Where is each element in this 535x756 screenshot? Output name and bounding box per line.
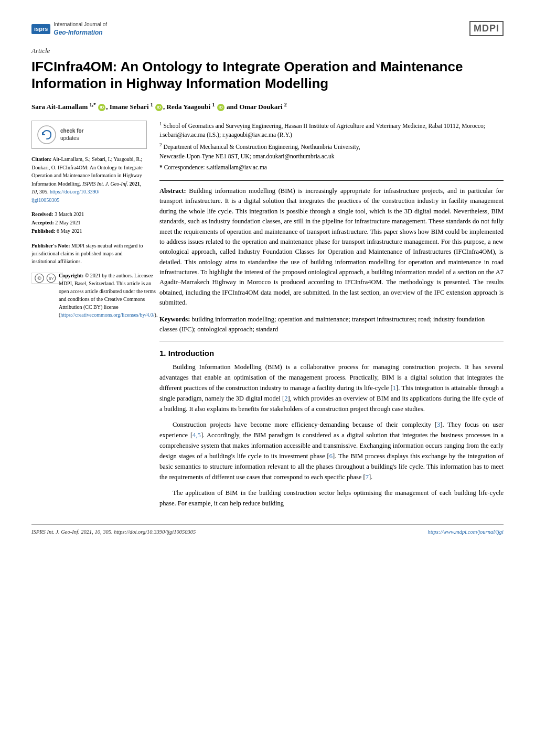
header-left: isprs International Journal of Geo-Infor… xyxy=(31,21,107,37)
received-date: 3 March 2021 xyxy=(55,211,84,217)
ref-2: 2 xyxy=(284,395,287,402)
affiliations: 1 School of Geomatics and Surveying Engi… xyxy=(159,121,504,172)
intro-section-title: 1. Introduction xyxy=(159,349,504,358)
authors-line: Sara Ait-Lamallam 1,* iD, Imane Sebari 1… xyxy=(31,102,504,111)
accepted-date: 2 May 2021 xyxy=(55,220,80,225)
affiliation-1: 1 School of Geomatics and Surveying Engi… xyxy=(159,121,504,139)
received-label: Received: xyxy=(31,211,55,217)
check-updates-text: check forupdates xyxy=(60,127,83,142)
page-footer: ISPRS Int. J. Geo-Inf. 2021, 10, 305. ht… xyxy=(31,524,504,535)
orcid-reda: iD xyxy=(217,104,224,111)
isprs-logo-box: isprs xyxy=(31,24,50,34)
intro-para-1: Building Information Modelling (BIM) is … xyxy=(159,362,504,414)
cc-icon: © BY xyxy=(31,273,55,281)
journal-name: International Journal of xyxy=(54,21,107,28)
article-label: Article xyxy=(31,47,504,55)
author-imane: Imane Sebari 1 xyxy=(110,103,153,111)
ref-3: 3 xyxy=(437,421,440,428)
check-updates-box: check forupdates xyxy=(31,121,147,149)
right-column: 1 School of Geomatics and Surveying Engi… xyxy=(159,121,504,514)
accepted-label: Accepted: xyxy=(31,220,55,225)
dates-box: Received: 3 March 2021 Accepted: 2 May 2… xyxy=(31,210,147,235)
author-sara: Sara Ait-Lamallam 1,* xyxy=(31,103,96,111)
affiliation-star: * Correspondence: s.aitlamallam@iav.ac.m… xyxy=(159,163,504,172)
citation-box: Citation: Ait-Lamallam, S.; Sebari, I.; … xyxy=(31,155,147,204)
abstract-label: Abstract: xyxy=(159,187,186,195)
orcid-sara: iD xyxy=(98,104,105,111)
cc-license-link[interactable]: https://creativecommons.org/licenses/by/… xyxy=(60,312,154,318)
footer-right[interactable]: https://www.mdpi.com/journal/ijgi xyxy=(428,529,504,535)
affiliation-2: 2 Department of Mechanical & Constructio… xyxy=(159,142,504,160)
mdpi-logo: MDPI xyxy=(469,21,504,36)
ref-7: 7 xyxy=(366,473,369,481)
svg-text:©: © xyxy=(37,275,41,281)
abstract-section: Abstract: Building information modelling… xyxy=(159,186,504,308)
author-reda: Reda Yaagoubi 1 xyxy=(167,103,215,111)
article-title: IFCInfra4OM: An Ontology to Integrate Op… xyxy=(31,58,504,92)
page-header: isprs International Journal of Geo-Infor… xyxy=(31,21,504,37)
isprs-logo-text: International Journal of Geo-Information xyxy=(54,21,107,37)
intro-section-heading: Introduction xyxy=(168,349,214,358)
keywords-text: building information modelling; operatio… xyxy=(159,316,485,333)
publisher-note-label: Publisher's Note: xyxy=(31,243,70,249)
author-omar: and Omar Doukari 2 xyxy=(227,103,287,111)
cc-license: © BY Copyright: © 2021 by the authors. L… xyxy=(31,272,147,319)
left-column: check forupdates Citation: Ait-Lamallam,… xyxy=(31,121,147,514)
publisher-note: Publisher's Note: MDPI stays neutral wit… xyxy=(31,242,147,265)
footer-left: ISPRS Int. J. Geo-Inf. 2021, 10, 305. ht… xyxy=(31,529,196,535)
citation-label: Citation: xyxy=(31,156,51,162)
abstract-text: Building information modelling (BIM) is … xyxy=(159,187,504,306)
published-date: 6 May 2021 xyxy=(57,228,82,234)
svg-point-0 xyxy=(38,126,56,144)
journal-subtitle: Geo-Information xyxy=(54,28,107,37)
ref-4-5: 4,5 xyxy=(192,431,201,439)
ref-6: 6 xyxy=(329,452,333,460)
keywords-section: Keywords: building information modelling… xyxy=(159,315,504,335)
copyright-text: Copyright: © 2021 by the authors. Licens… xyxy=(59,272,157,319)
keywords-label: Keywords: xyxy=(159,316,190,323)
svg-text:BY: BY xyxy=(48,276,54,281)
two-col-layout: check forupdates Citation: Ait-Lamallam,… xyxy=(31,121,504,514)
intro-para-3: The application of BIM in the building c… xyxy=(159,488,504,509)
intro-para-2: Construction projects have become more e… xyxy=(159,419,504,482)
divider-2 xyxy=(159,341,504,341)
intro-section-num: 1. xyxy=(159,349,166,358)
divider xyxy=(159,180,504,181)
published-label: Published: xyxy=(31,228,57,234)
isprs-logo: isprs International Journal of Geo-Infor… xyxy=(31,21,107,37)
page: isprs International Journal of Geo-Infor… xyxy=(0,0,535,756)
isprs-label: isprs xyxy=(34,26,48,32)
citation-journal: ISPRS Int. J. Geo-Inf. xyxy=(82,181,128,187)
orcid-imane: iD xyxy=(155,104,163,111)
check-updates-icon xyxy=(37,125,56,144)
ref-1: 1 xyxy=(393,384,396,392)
